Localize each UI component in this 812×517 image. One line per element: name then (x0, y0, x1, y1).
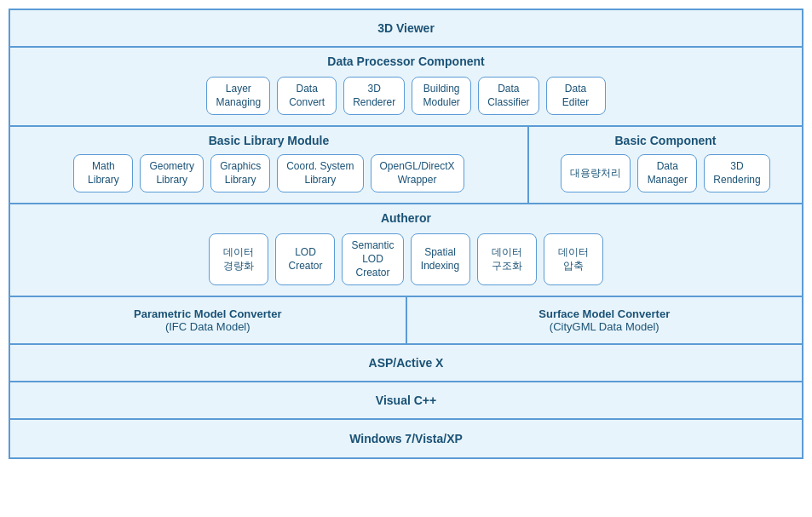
module-building-moduler: BuildingModuler (412, 77, 471, 115)
module-data-editer: DataEditer (546, 77, 606, 115)
module-data-structure: 데이터구조화 (477, 233, 537, 285)
module-geometry-library: GeometryLibrary (140, 154, 204, 192)
basic-library-label: Basic Library Module (20, 134, 517, 147)
module-daeyong: 대용량처리 (561, 154, 631, 192)
3dviewer-label: 3D Viewer (377, 21, 435, 35)
basic-component-section: Basic Component 대용량처리 DataManager 3DRend… (529, 127, 802, 203)
module-layer-managing: LayerManaging (206, 77, 270, 115)
module-3d-renderer: 3DRenderer (343, 77, 405, 115)
autheror-modules: 데이터경량화 LODCreator SemanticLODCreator Spa… (24, 233, 788, 285)
module-coord-system: Coord. SystemLibrary (277, 154, 363, 192)
row-asp: ASP/Active X (10, 345, 802, 382)
row-basic: Basic Library Module MathLibrary Geometr… (10, 127, 802, 204)
module-semantic-lod-creator: SemanticLODCreator (342, 233, 403, 285)
surface-label: Surface Model Converter(CityGML Data Mod… (538, 307, 670, 333)
module-3d-rendering: 3DRendering (704, 154, 769, 192)
parametric-label: Parametric Model Converter(IFC Data Mode… (134, 307, 281, 333)
module-data-simplify: 데이터경량화 (209, 233, 268, 285)
module-spatial-indexing: SpatialIndexing (411, 233, 470, 285)
row-windows: Windows 7/Vista/XP (10, 420, 802, 457)
visual-label: Visual C++ (376, 393, 436, 407)
module-math-library: MathLibrary (73, 154, 133, 192)
autheror-label: Autheror (24, 211, 788, 225)
asp-label: ASP/Active X (369, 356, 444, 370)
module-data-compress: 데이터압축 (544, 233, 603, 285)
surface-model-converter: Surface Model Converter(CityGML Data Mod… (407, 297, 803, 343)
basic-library-modules: MathLibrary GeometryLibrary GraphicsLibr… (20, 154, 517, 192)
module-opengl-directx: OpenGL/DirectXWrapper (371, 154, 464, 192)
module-data-convert: DataConvert (277, 77, 337, 115)
basic-library-section: Basic Library Module MathLibrary Geometr… (10, 127, 529, 203)
architecture-diagram: 3D Viewer Data Processor Component Layer… (9, 9, 803, 459)
parametric-model-converter: Parametric Model Converter(IFC Data Mode… (10, 297, 407, 343)
row-autheror: Autheror 데이터경량화 LODCreator SemanticLODCr… (10, 204, 802, 297)
row-converters: Parametric Model Converter(IFC Data Mode… (10, 297, 802, 345)
dpc-label: Data Processor Component (24, 55, 788, 68)
windows-label: Windows 7/Vista/XP (349, 432, 463, 445)
basic-component-modules: 대용량처리 DataManager 3DRendering (539, 154, 792, 192)
row-dpc: Data Processor Component LayerManaging D… (10, 48, 802, 127)
module-graphics-library: GraphicsLibrary (210, 154, 270, 192)
module-lod-creator: LODCreator (275, 233, 335, 285)
row-visual: Visual C++ (10, 382, 802, 420)
module-data-manager: DataManager (637, 154, 697, 192)
module-data-classifier: DataClassifier (478, 77, 538, 115)
row-3dviewer: 3D Viewer (10, 10, 802, 48)
dpc-modules: LayerManaging DataConvert 3DRenderer Bui… (24, 77, 788, 115)
basic-component-label: Basic Component (539, 134, 792, 147)
